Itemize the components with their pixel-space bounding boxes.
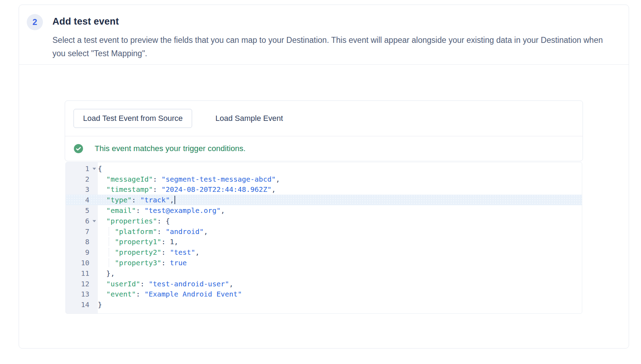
code-text[interactable]: { <box>98 164 582 173</box>
fold-arrow-icon[interactable] <box>93 168 96 170</box>
editor-line-4[interactable]: 4 "type": "track", <box>66 195 582 205</box>
load-test-event-button[interactable]: Load Test Event from Source <box>74 109 192 128</box>
test-event-panel: Load Test Event from Source Load Sample … <box>65 100 583 161</box>
page-title: Add test event <box>52 14 608 28</box>
code-text[interactable]: "type": "track", <box>98 196 582 204</box>
card-header: 2 Add test event Select a test event to … <box>19 5 629 64</box>
card-content: Load Test Event from Source Load Sample … <box>19 65 629 314</box>
line-number: 10 <box>66 259 98 267</box>
trigger-status-message: This event matches your trigger conditio… <box>95 144 246 153</box>
editor-line-7[interactable]: 7 "platform": "android", <box>66 226 582 237</box>
editor-line-10[interactable]: 10 "property3": true <box>66 258 582 268</box>
editor-line-3[interactable]: 3 "timestamp": "2024-08-20T22:44:48.962Z… <box>66 184 582 195</box>
code-text[interactable]: }, <box>98 269 582 278</box>
event-source-toolbar: Load Test Event from Source Load Sample … <box>65 101 583 136</box>
code-text[interactable]: } <box>98 300 582 309</box>
line-number: 9 <box>66 248 98 256</box>
step-number-badge: 2 <box>27 14 43 30</box>
page-description: Select a test event to preview the field… <box>52 33 608 60</box>
code-text[interactable]: "event": "Example Android Event" <box>98 290 582 298</box>
editor-line-1[interactable]: 1{ <box>66 163 582 174</box>
header-text: Add test event Select a test event to pr… <box>52 13 608 60</box>
line-number: 1 <box>66 164 98 173</box>
line-number: 11 <box>66 269 98 278</box>
editor-line-6[interactable]: 6 "properties": { <box>66 216 582 226</box>
check-circle-icon <box>74 144 83 153</box>
line-number: 3 <box>66 185 98 194</box>
code-text[interactable]: "userId": "test-android-user", <box>98 280 582 288</box>
line-number: 6 <box>66 217 98 225</box>
code-text[interactable]: "email": "test@example.org", <box>98 206 582 215</box>
line-number: 2 <box>66 175 98 183</box>
editor-line-2[interactable]: 2 "messageId": "segment-test-message-abc… <box>66 174 582 184</box>
line-number: 12 <box>66 280 98 288</box>
editor-line-14[interactable]: 14} <box>66 299 582 310</box>
editor-line-13[interactable]: 13 "event": "Example Android Event" <box>66 289 582 300</box>
json-editor[interactable]: 1{2 "messageId": "segment-test-message-a… <box>65 162 582 314</box>
line-number: 5 <box>66 206 98 215</box>
code-text[interactable]: "properties": { <box>98 217 582 225</box>
editor-line-5[interactable]: 5 "email": "test@example.org", <box>66 205 582 216</box>
code-text[interactable]: "messageId": "segment-test-message-abcd"… <box>98 175 582 183</box>
load-sample-event-button[interactable]: Load Sample Event <box>213 113 285 123</box>
trigger-status-row: This event matches your trigger conditio… <box>65 136 583 161</box>
editor-line-8[interactable]: 8 "property1": 1, <box>66 237 582 247</box>
line-number: 13 <box>66 290 98 298</box>
editor-line-9[interactable]: 9 "property2": "test", <box>66 247 582 258</box>
code-text[interactable]: "property1": 1, <box>98 238 582 246</box>
line-number: 4 <box>66 196 98 204</box>
add-test-event-card: 2 Add test event Select a test event to … <box>19 5 629 349</box>
editor-line-11[interactable]: 11 }, <box>66 268 582 279</box>
code-text[interactable]: "timestamp": "2024-08-20T22:44:48.962Z", <box>98 185 582 194</box>
fold-arrow-icon[interactable] <box>93 220 96 222</box>
line-number: 8 <box>66 238 98 246</box>
code-text[interactable]: "platform": "android", <box>98 227 582 236</box>
line-number: 7 <box>66 227 98 236</box>
line-number: 14 <box>66 300 98 309</box>
editor-line-12[interactable]: 12 "userId": "test-android-user", <box>66 279 582 289</box>
code-text[interactable]: "property3": true <box>98 259 582 267</box>
code-text[interactable]: "property2": "test", <box>98 248 582 256</box>
text-cursor <box>174 196 175 204</box>
